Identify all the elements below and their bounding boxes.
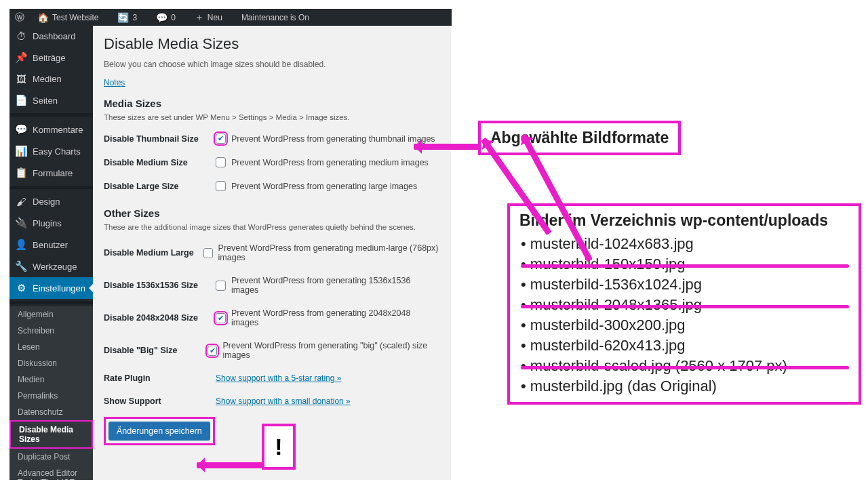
wp-logo-icon[interactable]: ⓦ: [15, 12, 28, 24]
setting-control: Prevent WordPress from generating medium…: [216, 157, 429, 167]
setting-text: Prevent WordPress from generating "big" …: [222, 341, 440, 360]
upload-file-item: musterbild-150x150.jpg: [521, 254, 849, 274]
notes-link[interactable]: Notes: [104, 78, 125, 87]
setting-row: Disable Medium SizePrevent WordPress fro…: [104, 150, 440, 174]
setting-control: ✔Prevent WordPress from generating thumb…: [216, 134, 435, 144]
sidebar-sub-allgemein[interactable]: Allgemein: [9, 306, 93, 323]
setting-label: Disable Large Size: [104, 182, 216, 191]
menu-icon: 📄: [15, 94, 27, 106]
admin-bar: ⓦ 🏠Test Website 🔄3 💬0 ＋Neu Maintenance i…: [9, 9, 452, 26]
setting-control: Prevent WordPress from generating medium…: [203, 243, 440, 262]
setting-row: Disable "Big" Size✔Prevent WordPress fro…: [104, 334, 440, 367]
menu-label: Kommentare: [33, 125, 83, 135]
maintenance-link[interactable]: Maintenance is On: [241, 13, 309, 22]
checkbox[interactable]: [216, 181, 226, 191]
menu-label: Design: [33, 197, 60, 207]
rate-row: Rate Plugin Show support with a 5-star r…: [104, 367, 440, 390]
save-button[interactable]: Änderungen speichern: [108, 422, 210, 441]
setting-text: Prevent WordPress from generating 2048x2…: [231, 308, 440, 327]
sidebar-item-kommentare[interactable]: 💬Kommentare: [9, 119, 93, 140]
sidebar-item-dashboard[interactable]: ⏱Dashboard: [9, 26, 93, 47]
setting-row: Disable Medium LargePrevent WordPress fr…: [104, 237, 440, 269]
sidebar-item-medien[interactable]: 🖼Medien: [9, 68, 93, 89]
setting-row: Disable Thumbnail Size✔Prevent WordPress…: [104, 127, 440, 150]
checkbox[interactable]: ✔: [216, 313, 226, 323]
sidebar-item-einstellungen[interactable]: ⚙Einstellungen: [9, 277, 93, 299]
sidebar-item-formulare[interactable]: 📋Formulare: [9, 162, 93, 184]
sidebar-item-plugins[interactable]: 🔌Plugins: [9, 212, 93, 234]
rate-label: Rate Plugin: [104, 373, 216, 383]
sidebar-item-easy charts[interactable]: 📊Easy Charts: [9, 140, 93, 162]
annotation-deselected-formats: Abgewählte Bildformate: [478, 121, 681, 155]
sidebar-sub-diskussion[interactable]: Diskussion: [9, 355, 93, 371]
menu-icon: 🔌: [15, 217, 27, 229]
setting-control: Prevent WordPress from generating large …: [216, 181, 417, 191]
menu-icon: ⚙: [15, 282, 27, 294]
setting-control: ✔Prevent WordPress from generating 2048x…: [216, 308, 440, 327]
menu-label: Dashboard: [33, 31, 76, 41]
section-other-hint: These are the additional image sizes tha…: [104, 223, 440, 231]
sidebar-sub-medien[interactable]: Medien: [9, 371, 93, 388]
checkbox[interactable]: ✔: [216, 134, 226, 144]
sidebar-sub-advanced-editor-tools-(tinymce-advanced)[interactable]: Advanced Editor Tools (TinyMCE Advanced): [9, 465, 93, 480]
setting-label: Disable Medium Size: [104, 158, 216, 167]
menu-icon: 👤: [15, 239, 27, 251]
sidebar-item-benutzer[interactable]: 👤Benutzer: [9, 234, 93, 256]
setting-text: Prevent WordPress from generating medium…: [218, 243, 440, 262]
content-area: Disable Media Sizes Below you can choose…: [93, 26, 451, 480]
sidebar-item-beiträge[interactable]: 📌Beiträge: [9, 47, 93, 68]
rate-link[interactable]: Show support with a 5-star rating »: [216, 373, 341, 383]
comments-link[interactable]: 💬0: [156, 12, 185, 23]
menu-icon: 📌: [15, 52, 27, 64]
setting-row: Disable 1536x1536 SizePrevent WordPress …: [104, 269, 440, 302]
setting-control: Prevent WordPress from generating 1536x1…: [216, 276, 440, 295]
upload-file-item: musterbild.jpg (das Original): [521, 376, 849, 396]
sidebar-item-werkzeuge[interactable]: 🔧Werkzeuge: [9, 256, 93, 277]
menu-label: Plugins: [33, 218, 62, 228]
save-highlight: Änderungen speichern: [104, 417, 215, 445]
upload-file-item: musterbild-1024x683.jpg: [521, 234, 849, 254]
upload-file-item: musterbild-1536x1024.jpg: [521, 274, 849, 295]
menu-label: Seiten: [33, 96, 58, 106]
checkbox[interactable]: [203, 248, 213, 258]
setting-label: Disable Medium Large: [104, 248, 203, 258]
updates-link[interactable]: 🔄3: [117, 12, 146, 23]
menu-label: Benutzer: [33, 240, 68, 250]
site-link[interactable]: 🏠Test Website: [37, 12, 108, 23]
checkbox[interactable]: ✔: [208, 346, 217, 356]
section-media-hint: These sizes are set under WP Menu > Sett…: [104, 113, 440, 121]
sidebar-sub-schreiben[interactable]: Schreiben: [9, 323, 93, 339]
checkbox[interactable]: [216, 157, 226, 167]
setting-text: Prevent WordPress from generating large …: [231, 182, 417, 191]
checkbox[interactable]: [216, 281, 226, 291]
menu-icon: ⏱: [15, 30, 27, 42]
sidebar-sub-duplicate-post[interactable]: Duplicate Post: [9, 449, 93, 465]
menu-label: Werkzeuge: [33, 262, 77, 272]
page-description: Below you can choose which image sizes s…: [104, 60, 440, 69]
section-media-sizes: Media Sizes: [104, 98, 440, 109]
support-row: Show Support Show support with a small d…: [104, 390, 440, 413]
sidebar-item-seiten[interactable]: 📄Seiten: [9, 89, 93, 111]
sidebar-sub-lesen[interactable]: Lesen: [9, 339, 93, 355]
menu-icon: 📊: [15, 145, 27, 157]
section-other-sizes: Other Sizes: [104, 207, 440, 219]
setting-text: Prevent WordPress from generating thumbn…: [231, 134, 435, 144]
new-link[interactable]: ＋Neu: [195, 12, 232, 24]
setting-row: Disable Large SizePrevent WordPress from…: [104, 174, 440, 198]
menu-icon: 🖌: [15, 196, 27, 207]
sidebar-sub-datenschutz[interactable]: Datenschutz: [9, 404, 93, 420]
setting-text: Prevent WordPress from generating medium…: [231, 158, 429, 167]
menu-label: Easy Charts: [33, 146, 81, 157]
setting-label: Disable 2048x2048 Size: [104, 313, 216, 323]
sidebar-sub-permalinks[interactable]: Permalinks: [9, 388, 93, 404]
support-link[interactable]: Show support with a small donation »: [216, 396, 351, 406]
sidebar-sub-disable-media-sizes[interactable]: Disable Media Sizes: [9, 420, 93, 449]
sidebar-item-design[interactable]: 🖌Design: [9, 191, 93, 212]
upload-file-item: musterbild-2048x1365.jpg: [521, 295, 849, 315]
upload-file-item: musterbild-scaled.jpg (2560 x 1707 px): [521, 356, 849, 376]
page-title: Disable Media Sizes: [104, 35, 440, 53]
menu-label: Medien: [33, 74, 62, 84]
menu-icon: 🔧: [15, 260, 27, 272]
annotation-exclamation: !: [262, 424, 296, 470]
arrow-4: [197, 462, 264, 468]
